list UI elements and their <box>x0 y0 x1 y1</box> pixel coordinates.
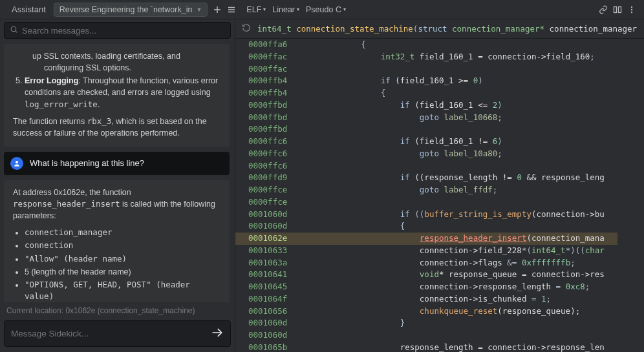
split-view-icon[interactable] <box>610 3 625 17</box>
send-icon[interactable] <box>211 326 224 341</box>
code-line[interactable]: 00010645 connection->response_length = 0… <box>235 281 617 293</box>
address: 0001060d <box>235 220 303 233</box>
code-content: { <box>303 39 617 51</box>
code-content: response_length = connection->response_l… <box>303 342 617 352</box>
address: 0001064f <box>235 293 303 305</box>
code-line[interactable]: 0001064f connection->is_chunked = 1; <box>235 293 617 305</box>
search-messages[interactable] <box>4 22 231 39</box>
assistant-label: Assistant <box>5 2 52 17</box>
code-line[interactable]: 0000ffce <box>235 196 617 209</box>
code-line[interactable]: 0001060d if ((buffer_string_is_empty(con… <box>235 209 617 221</box>
code-line[interactable]: 0000ffac <box>235 63 617 76</box>
message-input[interactable] <box>11 329 211 338</box>
code-line[interactable]: 0000ffb4 { <box>235 87 617 99</box>
address: 0000ffce <box>235 184 303 196</box>
address: 0000ffbd <box>235 112 303 124</box>
code-content: { <box>303 220 617 233</box>
code-line[interactable]: 0001065b response_length = connection->r… <box>235 342 617 352</box>
list-item: connection_manager <box>25 227 220 238</box>
function-signature-bar: int64_t connection_state_machine(struct … <box>235 19 644 39</box>
refresh-icon[interactable] <box>242 23 251 34</box>
code-content: if ((response_length != 0 && response_le… <box>303 172 617 184</box>
address: 0001060d <box>235 209 303 221</box>
code-content <box>303 329 617 342</box>
search-icon <box>10 25 18 36</box>
address: 0000ffac <box>235 51 303 63</box>
code-line[interactable]: 0001062e response_header_insert(connecti… <box>235 233 617 245</box>
code-line[interactable]: 0000ffbd if (field_160_1 <= 2) <box>235 99 617 112</box>
code-content: void* response_queue = connection->res <box>303 269 617 281</box>
search-input[interactable] <box>22 26 225 36</box>
code-line[interactable]: 0001060d { <box>235 220 617 233</box>
address: 0000ffc6 <box>235 136 303 148</box>
address: 0000ffa6 <box>235 39 303 51</box>
code-line[interactable]: 0000ffac int32_t field_160_1 = connectio… <box>235 51 617 63</box>
list-item: connection <box>25 240 220 251</box>
code-line[interactable]: 0000ffb4 if (field_160_1 >= 0) <box>235 75 617 87</box>
view-selector-linear[interactable]: Linear▾ <box>272 5 299 14</box>
address: 0000ffb4 <box>235 87 303 99</box>
code-line[interactable]: 0000ffd9 if ((response_length != 0 && re… <box>235 172 617 184</box>
current-location: Current location: 0x1062e (connection_st… <box>0 302 235 318</box>
svg-rect-1 <box>619 6 621 12</box>
code-line[interactable]: 0000ffbd goto label_10668; <box>235 112 617 124</box>
address: 0000ffce <box>235 196 303 209</box>
code-content: } <box>303 317 617 329</box>
conversation-title-dropdown[interactable]: Reverse Engineering the `network_in ▼ <box>54 3 208 17</box>
hamburger-menu[interactable] <box>224 3 239 17</box>
svg-point-4 <box>631 11 632 12</box>
code-content <box>303 196 617 209</box>
code-content: response_header_insert(connection_mana <box>303 233 617 245</box>
code-content: if ((buffer_string_is_empty(connection->… <box>303 209 617 221</box>
code-view[interactable]: 0000ffa6 {0000ffac int32_t field_160_1 =… <box>235 39 644 352</box>
code-line[interactable]: 00010656 chunkqueue_reset(response_queue… <box>235 305 617 318</box>
message-input-bar[interactable] <box>4 320 231 347</box>
chevron-down-icon: ▼ <box>196 6 202 13</box>
code-content: connection->flags &= 0xfffffffb; <box>303 257 617 269</box>
code-content: { <box>303 87 617 99</box>
code-line[interactable]: 0001060d <box>235 329 617 342</box>
address: 0000ffbd <box>235 99 303 112</box>
address: 0001060d <box>235 329 303 342</box>
code-content: connection->field_228*(int64_t*)((char <box>303 245 617 257</box>
view-selector-elf[interactable]: ELF▾ <box>246 5 266 14</box>
view-selector-pseudoc[interactable]: Pseudo C▾ <box>306 5 346 14</box>
code-content: goto label_10668; <box>303 112 617 124</box>
code-line[interactable]: 00010641 void* response_queue = connecti… <box>235 269 617 281</box>
code-line[interactable]: 0001060d } <box>235 317 617 329</box>
code-content <box>303 63 617 76</box>
address: 00010645 <box>235 281 303 293</box>
address: 0001063a <box>235 257 303 269</box>
chat-scroll[interactable]: up SSL contexts, loading certificates, a… <box>0 41 235 302</box>
overflow-menu-icon[interactable] <box>625 3 639 17</box>
code-content: goto label_10a80; <box>303 148 617 160</box>
user-avatar-icon <box>10 157 23 170</box>
conversation-title-text: Reverse Engineering the `network_in <box>59 5 193 14</box>
assistant-message: At address 0x1062e, the function respons… <box>4 180 230 302</box>
svg-rect-0 <box>614 6 617 12</box>
address: 0001060d <box>235 317 303 329</box>
list-item: "OPTIONS, GET, HEAD, POST" (header value… <box>25 279 220 302</box>
code-content: if (field_160_1 >= 0) <box>303 75 617 87</box>
code-line[interactable]: 0000ffc6 if (field_160_1 != 6) <box>235 136 617 148</box>
code-line[interactable]: 0000ffbd <box>235 123 617 136</box>
code-content: int32_t field_160_1 = connection->field_… <box>303 51 617 63</box>
code-line[interactable]: 0001063a connection->flags &= 0xfffffffb… <box>235 257 617 269</box>
add-button[interactable] <box>210 3 224 17</box>
code-content: if (field_160_1 <= 2) <box>303 99 617 112</box>
address: 00010656 <box>235 305 303 318</box>
code-content <box>303 160 617 172</box>
address: 0000ffb4 <box>235 75 303 87</box>
code-content <box>303 123 617 136</box>
code-line[interactable]: 00010633 connection->field_228*(int64_t*… <box>235 245 617 257</box>
address: 00010641 <box>235 269 303 281</box>
code-content: if (field_160_1 != 6) <box>303 136 617 148</box>
link-icon[interactable] <box>596 3 610 17</box>
code-line[interactable]: 0000ffa6 { <box>235 39 617 51</box>
code-line[interactable]: 0000ffc6 goto label_10a80; <box>235 148 617 160</box>
address: 00010633 <box>235 245 303 257</box>
code-content: chunkqueue_reset(response_queue); <box>303 305 617 318</box>
code-line[interactable]: 0000ffce goto label_ffdf; <box>235 184 617 196</box>
code-line[interactable]: 0000ffc6 <box>235 160 617 172</box>
address: 0000ffc6 <box>235 160 303 172</box>
